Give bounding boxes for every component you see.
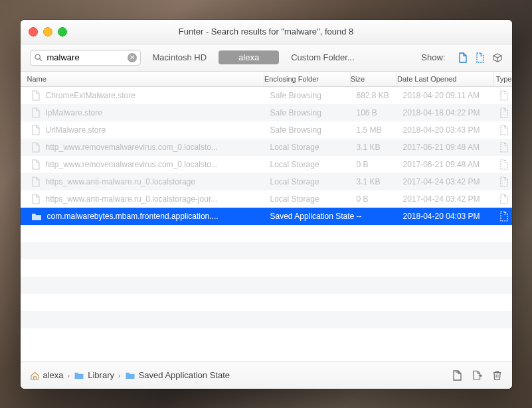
- table-row: [21, 328, 512, 346]
- window-title: Funter - Search results for "malware", f…: [21, 27, 512, 36]
- file-size: 1.5 MB: [357, 125, 403, 135]
- file-date: 2017-06-21 09:48 AM: [403, 160, 499, 169]
- titlebar: Funter - Search results for "malware", f…: [21, 20, 512, 44]
- table-row[interactable]: https_www.anti-malware.ru_0.localstorage…: [21, 173, 512, 190]
- table-row[interactable]: https_www.anti-malware.ru_0.localstorage…: [21, 190, 512, 208]
- column-type[interactable]: Type: [493, 72, 512, 86]
- file-date: 2017-04-24 03:42 PM: [403, 194, 499, 204]
- table-row: [21, 259, 512, 277]
- file-size: 106 B: [357, 108, 403, 117]
- row-icon: [31, 159, 41, 170]
- scope-custom-folder[interactable]: Custom Folder...: [291, 52, 354, 62]
- file-date: 2018-04-20 04:03 PM: [403, 212, 499, 221]
- app-window: Funter - Search results for "malware", f…: [21, 20, 512, 389]
- table-row[interactable]: http_www.removemalwarevirus.com_0.locals…: [21, 156, 512, 173]
- show-hidden-files-icon[interactable]: [475, 52, 486, 63]
- enclosing-folder: Local Storage: [270, 194, 357, 204]
- scope-macintosh-hd[interactable]: Macintosh HD: [153, 52, 207, 62]
- svg-line-1: [39, 59, 41, 61]
- folder-icon: [125, 371, 135, 379]
- enclosing-folder: Saved Application State: [270, 212, 357, 221]
- breadcrumb-item[interactable]: alexa: [30, 370, 64, 380]
- file-date: 2017-06-21 09:48 AM: [403, 143, 499, 152]
- row-icon: [31, 194, 41, 204]
- breadcrumb-item[interactable]: Library: [74, 370, 114, 380]
- table-row[interactable]: IpMalware.storeSafe Browsing106 B2018-04…: [21, 104, 512, 121]
- table-row[interactable]: com.malwarebytes.mbam.frontend.applicati…: [21, 208, 512, 225]
- enclosing-folder: Safe Browsing: [270, 91, 357, 100]
- file-name: https_www.anti-malware.ru_0.localstorage: [46, 177, 195, 186]
- enclosing-folder: Safe Browsing: [270, 108, 357, 117]
- row-icon: [31, 212, 42, 221]
- scope-user-selected[interactable]: alexa: [219, 50, 279, 64]
- file-date: 2018-04-18 04:22 PM: [403, 108, 499, 117]
- enclosing-folder: Local Storage: [270, 160, 357, 169]
- enclosing-folder: Local Storage: [270, 177, 357, 186]
- file-size: 0 B: [357, 160, 403, 169]
- column-name[interactable]: Name: [21, 72, 265, 86]
- trash-button[interactable]: [492, 370, 503, 381]
- file-type-icon: [499, 176, 512, 187]
- toolbar: ✕ Macintosh HD alexa Custom Folder... Sh…: [21, 44, 512, 72]
- file-date: 2018-04-20 03:43 PM: [403, 125, 499, 135]
- traffic-lights: [21, 27, 67, 36]
- search-icon: [34, 53, 43, 62]
- close-window-button[interactable]: [29, 27, 38, 36]
- show-packages-icon[interactable]: [492, 52, 503, 63]
- table-row[interactable]: UrlMalware.storeSafe Browsing1.5 MB2018-…: [21, 121, 512, 139]
- show-label: Show:: [421, 52, 445, 62]
- file-type-icon: [499, 159, 512, 170]
- chevron-right-icon: ›: [66, 372, 72, 379]
- path-bar: alexa›Library›Saved Application State: [21, 362, 512, 389]
- breadcrumb-item[interactable]: Saved Application State: [125, 370, 230, 380]
- file-size: 3.1 KB: [357, 177, 403, 186]
- minimize-window-button[interactable]: [43, 27, 52, 36]
- reveal-in-finder-button[interactable]: [452, 370, 463, 381]
- breadcrumb: alexa›Library›Saved Application State: [30, 370, 230, 380]
- table-row: [21, 225, 512, 242]
- column-size[interactable]: Size: [351, 72, 397, 86]
- file-name: http_www.removemalwarevirus.com_0.locals…: [46, 143, 218, 152]
- home-icon: [30, 371, 40, 380]
- file-name: http_www.removemalwarevirus.com_0.locals…: [46, 160, 218, 169]
- file-type-icon: [499, 107, 512, 118]
- row-icon: [31, 176, 41, 187]
- file-size: 3.1 KB: [357, 143, 403, 152]
- file-type-icon: [499, 142, 512, 153]
- folder-icon: [74, 371, 84, 379]
- file-name: ChromeExtMalware.store: [46, 91, 135, 100]
- toggle-hidden-button[interactable]: [472, 370, 483, 381]
- enclosing-folder: Safe Browsing: [270, 125, 357, 135]
- clear-search-button[interactable]: ✕: [128, 53, 137, 62]
- table-row: [21, 294, 512, 311]
- table-row[interactable]: http_www.removemalwarevirus.com_0.locals…: [21, 139, 512, 156]
- results-table: ChromeExtMalware.storeSafe Browsing682.8…: [21, 87, 512, 362]
- breadcrumb-label: Saved Application State: [139, 370, 230, 380]
- file-name: https_www.anti-malware.ru_0.localstorage…: [46, 194, 218, 204]
- file-date: 2018-04-20 09:11 AM: [403, 91, 499, 100]
- search-input[interactable]: [46, 52, 124, 63]
- file-date: 2017-04-24 03:42 PM: [403, 177, 499, 186]
- file-size: 0 B: [357, 194, 403, 204]
- row-icon: [31, 90, 41, 101]
- column-folder[interactable]: Enclosing Folder: [264, 72, 351, 86]
- chevron-right-icon: ›: [117, 372, 122, 379]
- table-row: [21, 311, 512, 328]
- file-type-icon: [499, 211, 512, 222]
- table-row: [21, 242, 512, 259]
- file-size: --: [357, 212, 403, 221]
- file-type-icon: [499, 125, 512, 135]
- zoom-window-button[interactable]: [58, 27, 67, 36]
- file-type-icon: [499, 90, 512, 101]
- file-name: com.malwarebytes.mbam.frontend.applicati…: [47, 212, 219, 221]
- show-visible-files-icon[interactable]: [458, 52, 468, 63]
- search-field[interactable]: ✕: [30, 50, 141, 66]
- file-name: IpMalware.store: [46, 108, 102, 117]
- row-icon: [31, 107, 41, 118]
- file-size: 682.8 KB: [357, 91, 403, 100]
- table-row[interactable]: ChromeExtMalware.storeSafe Browsing682.8…: [21, 87, 512, 104]
- column-date[interactable]: Date Last Opened: [397, 72, 493, 86]
- breadcrumb-label: alexa: [43, 370, 64, 380]
- table-row: [21, 277, 512, 294]
- enclosing-folder: Local Storage: [270, 143, 357, 152]
